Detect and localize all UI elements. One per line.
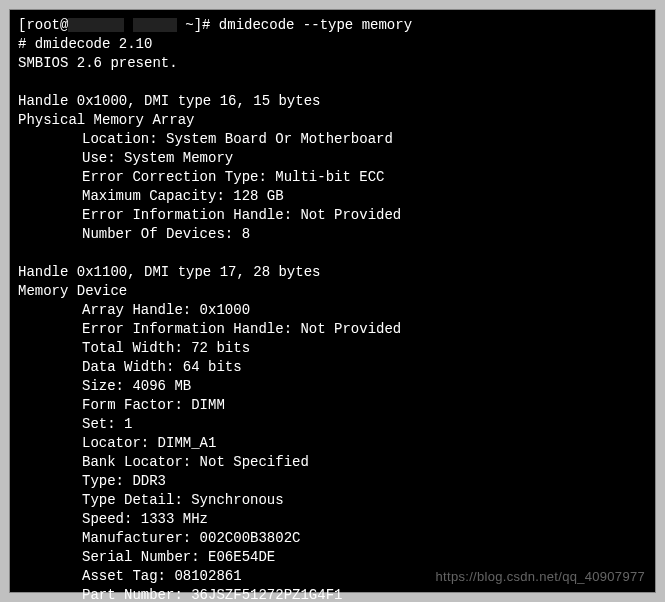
smbios-version: SMBIOS 2.6 present. [18,55,178,71]
field-typedetail: Type Detail: Synchronous [18,491,647,510]
field-formfactor: Form Factor: DIMM [18,396,647,415]
field-partnumber: Part Number: 36JSZF51272PZ1G4F1 [18,586,647,602]
field-use: Use: System Memory [18,149,647,168]
field-maxcap: Maximum Capacity: 128 GB [18,187,647,206]
watermark-text: https://blog.csdn.net/qq_40907977 [436,567,645,586]
section-title-2: Memory Device [18,283,127,299]
field-set: Set: 1 [18,415,647,434]
field-location: Location: System Board Or Motherboard [18,130,647,149]
shell-prompt: [root@ ~]# dmidecode --type memory [18,17,412,33]
field-locator: Locator: DIMM_A1 [18,434,647,453]
field-errinfo-2: Error Information Handle: Not Provided [18,320,647,339]
field-errinfo-1: Error Information Handle: Not Provided [18,206,647,225]
dmidecode-version: # dmidecode 2.10 [18,36,152,52]
prompt-open: [root@ [18,17,68,33]
prompt-tilde: ~]# [177,17,219,33]
field-manufacturer: Manufacturer: 002C00B3802C [18,529,647,548]
field-datawidth: Data Width: 64 bits [18,358,647,377]
field-serial: Serial Number: E06E54DE [18,548,647,567]
handle-line-2: Handle 0x1100, DMI type 17, 28 bytes [18,264,320,280]
field-speed: Speed: 1333 MHz [18,510,647,529]
field-banklocator: Bank Locator: Not Specified [18,453,647,472]
masked-hostname-1 [68,18,124,32]
command-text: dmidecode --type memory [219,17,412,33]
masked-hostname-2 [133,18,177,32]
field-ecc: Error Correction Type: Multi-bit ECC [18,168,647,187]
section-title-1: Physical Memory Array [18,112,194,128]
field-type: Type: DDR3 [18,472,647,491]
field-totalwidth: Total Width: 72 bits [18,339,647,358]
field-size: Size: 4096 MB [18,377,647,396]
field-numdev: Number Of Devices: 8 [18,225,647,244]
field-arrayhandle: Array Handle: 0x1000 [18,301,647,320]
terminal-window[interactable]: [root@ ~]# dmidecode --type memory # dmi… [9,9,656,593]
handle-line-1: Handle 0x1000, DMI type 16, 15 bytes [18,93,320,109]
